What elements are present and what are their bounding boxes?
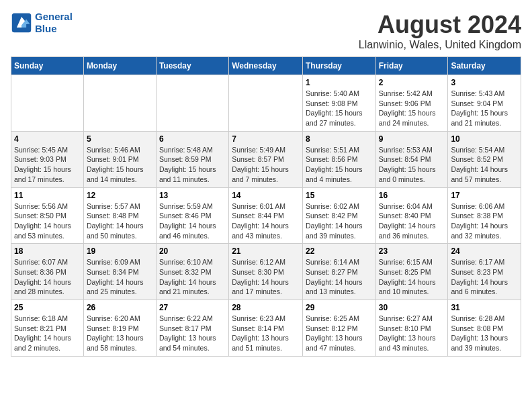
- day-number: 20: [159, 246, 226, 256]
- day-info: Sunrise: 5:49 AM Sunset: 8:57 PM Dayligh…: [232, 145, 300, 185]
- title-block: August 2024 Llanwinio, Wales, United Kin…: [359, 11, 521, 51]
- day-number: 23: [379, 246, 445, 256]
- day-number: 24: [451, 246, 518, 256]
- day-number: 7: [232, 134, 300, 144]
- col-header-tuesday: Tuesday: [156, 57, 228, 75]
- subtitle: Llanwinio, Wales, United Kingdom: [359, 39, 521, 51]
- calendar-cell: 16Sunrise: 6:04 AM Sunset: 8:40 PM Dayli…: [375, 187, 448, 244]
- day-info: Sunrise: 5:56 AM Sunset: 8:50 PM Dayligh…: [14, 201, 81, 241]
- calendar-cell: 3Sunrise: 5:43 AM Sunset: 9:04 PM Daylig…: [448, 75, 521, 132]
- day-number: 5: [87, 134, 153, 144]
- day-info: Sunrise: 6:28 AM Sunset: 8:08 PM Dayligh…: [451, 314, 518, 353]
- day-number: 13: [159, 191, 226, 200]
- day-number: 1: [306, 78, 373, 87]
- calendar-cell: 17Sunrise: 6:06 AM Sunset: 8:38 PM Dayli…: [448, 187, 521, 244]
- day-number: 17: [451, 191, 518, 200]
- logo-line1: General: [35, 11, 73, 22]
- calendar-cell: 11Sunrise: 5:56 AM Sunset: 8:50 PM Dayli…: [11, 187, 84, 244]
- day-number: 14: [232, 191, 300, 200]
- day-info: Sunrise: 6:15 AM Sunset: 8:25 PM Dayligh…: [379, 257, 445, 297]
- day-info: Sunrise: 6:10 AM Sunset: 8:32 PM Dayligh…: [159, 257, 226, 297]
- day-info: Sunrise: 5:46 AM Sunset: 9:01 PM Dayligh…: [87, 145, 153, 185]
- day-number: 19: [87, 246, 153, 256]
- day-info: Sunrise: 5:42 AM Sunset: 9:06 PM Dayligh…: [379, 89, 445, 128]
- day-info: Sunrise: 5:45 AM Sunset: 9:03 PM Dayligh…: [14, 145, 81, 185]
- calendar-cell: 12Sunrise: 5:57 AM Sunset: 8:48 PM Dayli…: [83, 187, 156, 244]
- day-number: 15: [306, 191, 373, 200]
- logo-icon: [11, 12, 32, 34]
- calendar-cell: 27Sunrise: 6:22 AM Sunset: 8:17 PM Dayli…: [156, 300, 228, 357]
- calendar-cell: 31Sunrise: 6:28 AM Sunset: 8:08 PM Dayli…: [448, 300, 521, 357]
- day-info: Sunrise: 5:53 AM Sunset: 8:54 PM Dayligh…: [379, 145, 445, 185]
- day-number: 18: [14, 246, 81, 256]
- day-info: Sunrise: 5:57 AM Sunset: 8:48 PM Dayligh…: [87, 201, 153, 241]
- calendar-cell: [156, 75, 228, 132]
- calendar-cell: 20Sunrise: 6:10 AM Sunset: 8:32 PM Dayli…: [156, 244, 228, 300]
- day-info: Sunrise: 6:18 AM Sunset: 8:21 PM Dayligh…: [14, 314, 81, 353]
- day-number: 16: [379, 191, 445, 200]
- calendar-cell: 7Sunrise: 5:49 AM Sunset: 8:57 PM Daylig…: [229, 131, 303, 187]
- col-header-saturday: Saturday: [448, 57, 521, 75]
- calendar-cell: 22Sunrise: 6:14 AM Sunset: 8:27 PM Dayli…: [302, 244, 375, 300]
- calendar-cell: 28Sunrise: 6:23 AM Sunset: 8:14 PM Dayli…: [229, 300, 303, 357]
- day-info: Sunrise: 5:48 AM Sunset: 8:59 PM Dayligh…: [159, 145, 226, 185]
- calendar-cell: 9Sunrise: 5:53 AM Sunset: 8:54 PM Daylig…: [375, 131, 448, 187]
- day-info: Sunrise: 6:22 AM Sunset: 8:17 PM Dayligh…: [159, 314, 226, 353]
- calendar-week-row: 18Sunrise: 6:07 AM Sunset: 8:36 PM Dayli…: [11, 244, 521, 300]
- calendar-week-row: 4Sunrise: 5:45 AM Sunset: 9:03 PM Daylig…: [11, 131, 521, 187]
- logo-line2: Blue: [35, 23, 57, 34]
- col-header-wednesday: Wednesday: [229, 57, 303, 75]
- day-number: 26: [87, 303, 153, 312]
- calendar-week-row: 25Sunrise: 6:18 AM Sunset: 8:21 PM Dayli…: [11, 300, 521, 357]
- day-number: 22: [306, 246, 373, 256]
- day-number: 31: [451, 303, 518, 312]
- day-info: Sunrise: 5:43 AM Sunset: 9:04 PM Dayligh…: [451, 89, 518, 128]
- day-info: Sunrise: 6:07 AM Sunset: 8:36 PM Dayligh…: [14, 257, 81, 297]
- calendar-cell: 1Sunrise: 5:40 AM Sunset: 9:08 PM Daylig…: [302, 75, 375, 132]
- calendar-cell: 5Sunrise: 5:46 AM Sunset: 9:01 PM Daylig…: [83, 131, 156, 187]
- col-header-thursday: Thursday: [302, 57, 375, 75]
- day-number: 11: [14, 191, 81, 200]
- day-info: Sunrise: 6:17 AM Sunset: 8:23 PM Dayligh…: [451, 257, 518, 297]
- col-header-sunday: Sunday: [11, 57, 84, 75]
- day-number: 8: [306, 134, 373, 144]
- day-number: 6: [159, 134, 226, 144]
- calendar-cell: 21Sunrise: 6:12 AM Sunset: 8:30 PM Dayli…: [229, 244, 303, 300]
- calendar-cell: 29Sunrise: 6:25 AM Sunset: 8:12 PM Dayli…: [302, 300, 375, 357]
- calendar-cell: [229, 75, 303, 132]
- day-number: 28: [232, 303, 300, 312]
- col-header-friday: Friday: [375, 57, 448, 75]
- calendar-week-row: 11Sunrise: 5:56 AM Sunset: 8:50 PM Dayli…: [11, 187, 521, 244]
- calendar-cell: [83, 75, 156, 132]
- calendar-cell: 14Sunrise: 6:01 AM Sunset: 8:44 PM Dayli…: [229, 187, 303, 244]
- day-info: Sunrise: 6:20 AM Sunset: 8:19 PM Dayligh…: [87, 314, 153, 353]
- calendar-cell: 4Sunrise: 5:45 AM Sunset: 9:03 PM Daylig…: [11, 131, 84, 187]
- page-header: General Blue August 2024 Llanwinio, Wale…: [11, 11, 521, 51]
- day-info: Sunrise: 5:40 AM Sunset: 9:08 PM Dayligh…: [306, 89, 373, 128]
- calendar-cell: 26Sunrise: 6:20 AM Sunset: 8:19 PM Dayli…: [83, 300, 156, 357]
- calendar-cell: 13Sunrise: 5:59 AM Sunset: 8:46 PM Dayli…: [156, 187, 228, 244]
- day-number: 25: [14, 303, 81, 312]
- logo-text: General Blue: [35, 11, 73, 35]
- col-header-monday: Monday: [83, 57, 156, 75]
- day-info: Sunrise: 6:27 AM Sunset: 8:10 PM Dayligh…: [379, 314, 445, 353]
- calendar-cell: 6Sunrise: 5:48 AM Sunset: 8:59 PM Daylig…: [156, 131, 228, 187]
- day-number: 21: [232, 246, 300, 256]
- main-title: August 2024: [359, 11, 521, 39]
- calendar-table: SundayMondayTuesdayWednesdayThursdayFrid…: [11, 56, 521, 357]
- day-info: Sunrise: 5:59 AM Sunset: 8:46 PM Dayligh…: [159, 201, 226, 241]
- day-info: Sunrise: 6:12 AM Sunset: 8:30 PM Dayligh…: [232, 257, 300, 297]
- day-number: 12: [87, 191, 153, 200]
- calendar-week-row: 1Sunrise: 5:40 AM Sunset: 9:08 PM Daylig…: [11, 75, 521, 132]
- calendar-cell: 10Sunrise: 5:54 AM Sunset: 8:52 PM Dayli…: [448, 131, 521, 187]
- calendar-cell: 24Sunrise: 6:17 AM Sunset: 8:23 PM Dayli…: [448, 244, 521, 300]
- day-number: 4: [14, 134, 81, 144]
- calendar-cell: 2Sunrise: 5:42 AM Sunset: 9:06 PM Daylig…: [375, 75, 448, 132]
- day-info: Sunrise: 5:54 AM Sunset: 8:52 PM Dayligh…: [451, 145, 518, 185]
- day-number: 3: [451, 78, 518, 87]
- day-number: 30: [379, 303, 445, 312]
- day-info: Sunrise: 6:02 AM Sunset: 8:42 PM Dayligh…: [306, 201, 373, 241]
- calendar-header-row: SundayMondayTuesdayWednesdayThursdayFrid…: [11, 57, 521, 75]
- day-info: Sunrise: 6:14 AM Sunset: 8:27 PM Dayligh…: [306, 257, 373, 297]
- day-info: Sunrise: 6:09 AM Sunset: 8:34 PM Dayligh…: [87, 257, 153, 297]
